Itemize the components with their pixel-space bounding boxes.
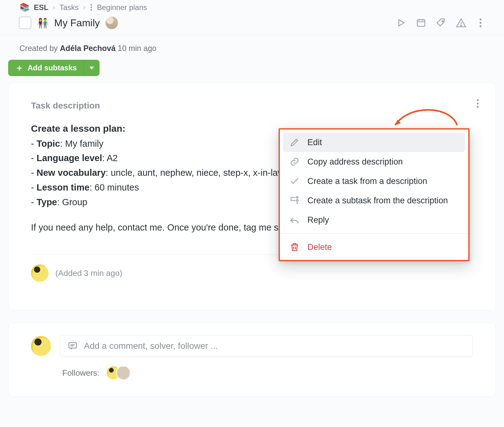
pencil-icon — [289, 137, 300, 148]
add-subtasks-dropdown[interactable] — [84, 60, 100, 76]
menu-create-task[interactable]: Create a task from a description — [280, 171, 468, 191]
author-avatar[interactable] — [31, 264, 49, 282]
menu-edit[interactable]: Edit — [283, 133, 465, 152]
task-emoji: 👫 — [37, 18, 49, 28]
description-more-button[interactable] — [473, 98, 482, 109]
added-time: (Added 3 min ago) — [55, 268, 122, 278]
followers-stack[interactable] — [106, 366, 131, 380]
header-actions — [396, 18, 485, 28]
added-row: (Added 3 min ago) — [31, 264, 473, 282]
plus-icon: ＋ — [15, 64, 24, 72]
breadcrumb-more-icon[interactable] — [90, 4, 93, 11]
svg-point-4 — [296, 200, 298, 201]
play-icon[interactable] — [396, 18, 406, 28]
chevron-right-icon: › — [83, 3, 85, 12]
tag-icon[interactable] — [436, 18, 446, 28]
description-context-menu: Edit Copy address description Create a t… — [279, 128, 470, 261]
assignee-avatar[interactable] — [105, 17, 118, 29]
more-icon[interactable] — [476, 18, 485, 28]
menu-create-subtask[interactable]: Create a subtask from the description — [280, 191, 468, 210]
add-subtasks-label: Add subtasks — [28, 64, 77, 72]
svg-point-2 — [461, 25, 462, 26]
task-header: 📚 ESL › Tasks › Beginner plans 👫 My Fami… — [0, 0, 504, 35]
followers-row: Followers: — [62, 366, 473, 380]
task-page: 📚 ESL › Tasks › Beginner plans 👫 My Fami… — [0, 0, 504, 415]
title-left: 👫 My Family — [19, 17, 118, 29]
task-title[interactable]: My Family — [54, 17, 100, 29]
svg-point-3 — [296, 196, 298, 198]
reply-icon — [289, 215, 300, 225]
menu-delete[interactable]: Delete — [280, 237, 468, 257]
subtask-icon — [289, 195, 300, 206]
complete-checkbox[interactable] — [19, 17, 31, 29]
breadcrumb-section[interactable]: Tasks — [59, 3, 79, 12]
warning-icon[interactable] — [456, 18, 466, 28]
created-prefix: Created by — [19, 44, 60, 53]
comment-placeholder: Add a comment, solver, follower ... — [84, 341, 218, 351]
current-user-avatar[interactable] — [31, 336, 51, 356]
follower-avatar[interactable] — [116, 366, 131, 380]
divider — [280, 233, 468, 234]
comment-input[interactable]: Add a comment, solver, follower ... — [60, 335, 473, 357]
svg-rect-5 — [69, 343, 76, 348]
add-subtasks-button[interactable]: ＋ Add subtasks — [8, 60, 100, 76]
check-icon — [289, 176, 300, 186]
created-time: 10 min ago — [118, 44, 157, 53]
menu-copy-address[interactable]: Copy address description — [280, 152, 468, 171]
svg-point-1 — [442, 21, 443, 22]
followers-label: Followers: — [62, 368, 99, 378]
trash-icon — [289, 242, 300, 252]
title-row: 👫 My Family — [19, 17, 485, 29]
breadcrumb-project[interactable]: ESL — [34, 3, 49, 12]
breadcrumb: 📚 ESL › Tasks › Beginner plans — [19, 2, 485, 15]
created-meta: Created by Adéla Pechová 10 min ago — [0, 35, 504, 53]
svg-rect-0 — [417, 20, 425, 26]
breadcrumb-current[interactable]: Beginner plans — [97, 3, 147, 12]
description-heading: Task description — [31, 101, 473, 111]
created-author[interactable]: Adéla Pechová — [60, 44, 116, 53]
menu-reply[interactable]: Reply — [280, 210, 468, 230]
calendar-icon[interactable] — [416, 18, 426, 28]
comment-card: Add a comment, solver, follower ... Foll… — [8, 323, 496, 397]
chevron-right-icon: › — [53, 3, 55, 12]
link-icon — [289, 156, 300, 167]
comment-icon — [68, 341, 78, 351]
project-icon: 📚 — [19, 3, 29, 12]
